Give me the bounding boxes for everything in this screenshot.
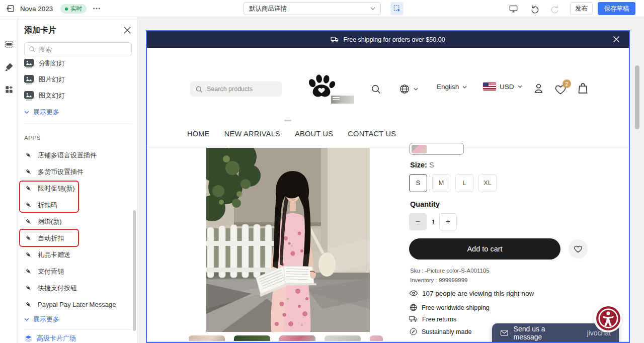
- app-item-auto-discount[interactable]: 自动折扣: [18, 230, 138, 246]
- size-label: Size:: [410, 161, 427, 169]
- storefront-preview-frame: Free shipping for orders over $50.00 Eng…: [146, 30, 630, 343]
- size-button-xl[interactable]: XL: [478, 174, 497, 192]
- apps-section-header: APPS: [24, 135, 41, 141]
- variant-swatch-picture-color[interactable]: [409, 143, 464, 155]
- chat-message-label: Send us a message: [514, 325, 568, 341]
- perk-sustainable: Sustainably made: [409, 327, 471, 336]
- panel-title: 添加卡片: [24, 25, 56, 36]
- save-draft-button[interactable]: 保存草稿: [598, 2, 635, 15]
- chevron-down-icon: [462, 85, 467, 89]
- app-item[interactable]: 快捷支付按钮: [18, 280, 138, 296]
- app-item[interactable]: 店铺多语言设置插件: [18, 147, 138, 163]
- announcement-bar: Free shipping for orders over $50.00: [147, 31, 629, 48]
- globe-icon: [409, 303, 418, 312]
- quantity-decrease-button[interactable]: −: [409, 213, 427, 230]
- storefront-search-input[interactable]: [207, 85, 272, 93]
- panel-scrollbar[interactable]: [133, 210, 136, 331]
- currency-selector[interactable]: USD: [483, 82, 522, 91]
- show-more-cards[interactable]: 展示更多: [24, 108, 59, 117]
- app-item-label: Paypal Pay Later Message: [38, 301, 116, 308]
- card-item[interactable]: 分割幻灯: [18, 55, 138, 71]
- card-item[interactable]: 图片幻灯: [18, 71, 138, 88]
- add-to-cart-button[interactable]: Add to cart: [409, 238, 560, 260]
- app-item-flash-sale[interactable]: 限时促销(新): [18, 180, 138, 197]
- size-label-line: Size: S: [410, 161, 434, 169]
- device-preview-icon[interactable]: [508, 4, 518, 13]
- size-button-s[interactable]: S: [409, 174, 427, 192]
- nav-item-new-arrivals[interactable]: NEW ARRIVALS: [224, 130, 280, 138]
- preview-scrollbar[interactable]: [635, 65, 639, 129]
- exit-editor-icon[interactable]: [6, 4, 15, 13]
- truck-icon: [409, 315, 418, 323]
- app-item[interactable]: 礼品卡赠送: [18, 246, 138, 263]
- globe-icon: [399, 83, 410, 95]
- size-button-m[interactable]: M: [432, 174, 450, 192]
- us-flag-icon: [483, 82, 496, 91]
- live-dot-icon: [65, 8, 68, 11]
- more-menu-icon[interactable]: [92, 6, 101, 11]
- app-item-label: 折扣码: [38, 201, 57, 210]
- theme-name: Nova 2023: [20, 0, 53, 17]
- theme-settings-icon[interactable]: [4, 62, 14, 72]
- sections-tab-icon[interactable]: [4, 39, 14, 49]
- card-item-label: 图文幻灯: [39, 91, 65, 100]
- variant-thumbnail: [412, 145, 427, 153]
- accessibility-button[interactable]: [594, 304, 622, 332]
- plug-icon: [24, 201, 33, 209]
- divider: [24, 329, 132, 330]
- logo-caption-dash: [284, 120, 291, 121]
- slide-card-icon: [24, 75, 34, 84]
- page-selector-dropdown[interactable]: 默认商品详情: [244, 2, 381, 15]
- heart-icon: [574, 244, 583, 253]
- panel-search-box: [24, 42, 132, 56]
- app-item[interactable]: 捆绑(新): [18, 213, 138, 230]
- publish-button[interactable]: 发布: [570, 2, 593, 15]
- nav-item-about-us[interactable]: ABOUT US: [295, 130, 333, 138]
- app-item[interactable]: Paypal Pay Later Message: [18, 296, 138, 313]
- show-more-label: 展示更多: [33, 315, 59, 324]
- currency-value: USD: [500, 83, 514, 91]
- editor-rail: [0, 17, 18, 343]
- editor-topbar: Nova 2023 实时 默认商品详情 发布 保存草稿: [0, 0, 644, 17]
- app-item[interactable]: 支付营销: [18, 263, 138, 280]
- card-item-label: 图片幻灯: [39, 75, 65, 84]
- app-item-label: 捆绑(新): [38, 217, 62, 226]
- show-more-apps[interactable]: 展示更多: [24, 315, 59, 324]
- perk-label: Free returns: [422, 316, 456, 323]
- plug-icon: [24, 250, 33, 259]
- search-icon: [195, 85, 203, 93]
- product-image[interactable]: [206, 148, 370, 332]
- app-item-discount-code[interactable]: 折扣码: [18, 197, 138, 213]
- slide-card-icon: [24, 91, 34, 101]
- header-search-icon[interactable]: [370, 83, 382, 97]
- app-item[interactable]: 多货币设置插件: [18, 163, 138, 180]
- language-selector[interactable]: English: [437, 83, 467, 91]
- card-list: 分割幻灯 图片幻灯 图文幻灯: [18, 55, 138, 104]
- app-item-label: 多货币设置插件: [38, 167, 84, 177]
- nav-item-contact-us[interactable]: CONTACT US: [348, 130, 396, 138]
- size-button-label: M: [439, 180, 444, 187]
- show-more-label: 展示更多: [33, 108, 59, 117]
- nav-item-home[interactable]: HOME: [187, 130, 210, 138]
- account-icon[interactable]: [532, 82, 545, 97]
- panel-close-icon[interactable]: [123, 26, 131, 34]
- cart-icon[interactable]: [577, 82, 589, 97]
- size-button-l[interactable]: L: [455, 174, 473, 192]
- redo-icon[interactable]: [549, 4, 559, 14]
- plus-icon: +: [446, 217, 450, 226]
- card-item[interactable]: 图文幻灯: [18, 88, 138, 104]
- inspect-element-button[interactable]: [390, 2, 404, 15]
- app-item-label: 自动折扣: [38, 234, 64, 243]
- accessibility-icon: [596, 306, 621, 331]
- announcement-close-icon[interactable]: [613, 36, 620, 43]
- header-divider: [147, 147, 629, 147]
- region-selector[interactable]: [399, 83, 418, 95]
- plug-icon: [24, 167, 33, 176]
- quantity-increase-button[interactable]: +: [439, 213, 457, 230]
- panel-search-input[interactable]: [39, 46, 119, 53]
- apps-tab-icon[interactable]: [4, 84, 14, 95]
- card-marketplace-link[interactable]: 高级卡片广场: [24, 334, 76, 343]
- card-item-label: 分割幻灯: [39, 59, 65, 68]
- favorite-button[interactable]: [569, 239, 588, 259]
- undo-icon[interactable]: [530, 4, 540, 14]
